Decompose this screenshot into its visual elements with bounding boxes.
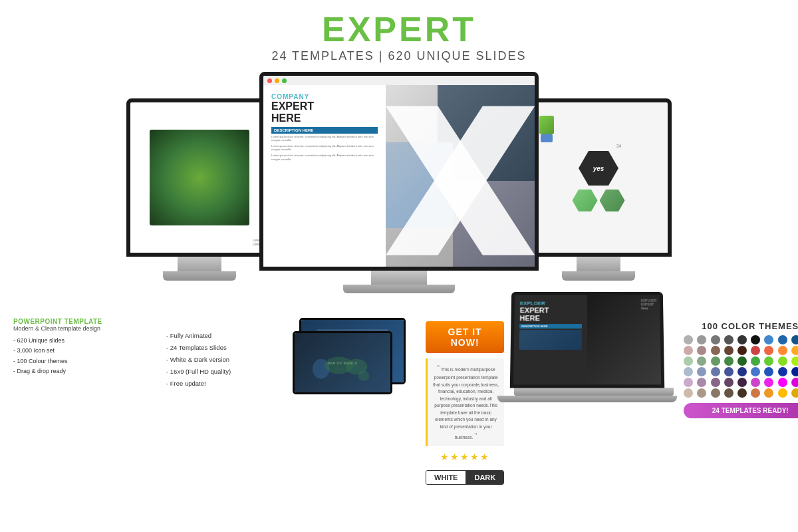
color-swatch[interactable] [684,388,693,398]
color-swatch[interactable] [764,388,773,398]
color-swatch[interactable] [737,346,747,355]
feature-5: Free update! [166,378,286,390]
color-swatch[interactable] [684,335,693,344]
color-swatch[interactable] [711,378,720,387]
right-monitor-screen: 34 yes [529,102,668,253]
bottom-section: POWERPOINT TEMPLATE Modern & Clean templ… [0,311,798,497]
features-list: Fully Animated 24 Templates Slides White… [166,330,286,390]
left-monitor-frame: Lorem Lorem [126,98,273,257]
color-swatch[interactable] [724,378,733,387]
plant-pot [539,116,554,142]
center-monitor: COMPANY EXPERT HERE DESCRIPTION HERE Lor… [259,72,539,298]
color-swatch[interactable] [684,378,693,387]
color-swatch[interactable] [724,356,733,366]
color-swatch[interactable] [724,335,733,344]
monitors-section: Lorem Lorem COMPANY EXPERT [0,65,798,311]
hex-plant-2 [600,190,625,211]
color-swatch[interactable] [751,356,760,366]
color-swatch[interactable] [778,346,787,355]
color-swatch[interactable] [684,367,693,376]
color-swatch[interactable] [764,335,773,344]
hex-plant-1 [573,190,598,211]
hex-yes: yes [579,151,618,186]
color-swatch[interactable] [764,367,773,376]
color-swatch[interactable] [724,388,733,398]
color-themes-section: 100 COLOR THEMES 24 TEMPLATES READY! [684,318,798,418]
color-swatch[interactable] [737,367,747,376]
slide-desc-title: DESCRIPTION HERE [271,127,378,134]
feature-2: 24 Templates Slides [166,342,286,354]
themes-title: 100 COLOR THEMES [684,321,798,331]
color-swatch[interactable] [751,335,760,344]
slide-here: HERE [271,112,378,124]
color-swatch[interactable] [697,346,706,355]
color-swatch[interactable] [791,367,798,376]
color-swatch[interactable] [751,367,760,376]
color-swatch[interactable] [791,378,798,387]
color-swatch[interactable] [724,367,733,376]
get-it-now-button[interactable]: GET IT NOW! [426,321,504,353]
color-swatch[interactable] [737,356,747,366]
color-swatch[interactable] [697,335,706,344]
laptop-here: HERE [520,314,583,322]
slide-right-panel [386,85,535,267]
info-panel: POWERPOINT TEMPLATE Modern & Clean templ… [13,318,160,376]
color-swatch[interactable] [684,346,693,355]
slide-desc-3: Lorem ipsum dolor sit amet, consectetur … [271,154,378,161]
quote-box: " This is modern multipurpose powerpoint… [426,358,504,446]
color-swatch[interactable] [778,367,787,376]
color-swatch[interactable] [778,388,787,398]
laptop-right-label: EXPLOEREXPERTHere [641,299,657,311]
info-item-4: Drag & drop ready [13,366,160,376]
color-swatch[interactable] [764,356,773,366]
cta-section[interactable]: GET IT NOW! " This is modern multipurpos… [426,318,504,485]
color-swatch[interactable] [778,335,787,344]
color-swatch[interactable] [724,346,733,355]
color-swatch[interactable] [697,378,706,387]
open-quote-icon: " [437,364,440,373]
color-swatch[interactable] [791,356,798,366]
templates-ready-badge[interactable]: 24 TEMPLATES READY! [684,403,798,418]
color-swatch[interactable] [711,335,720,344]
color-swatch[interactable] [751,388,760,398]
dark-badge: DARK [466,471,503,484]
color-swatch[interactable] [697,356,706,366]
slide-expert: EXPERT [271,100,378,112]
right-monitor-frame: 34 yes [525,98,672,257]
color-swatch[interactable] [737,388,747,398]
color-swatch[interactable] [791,335,798,344]
color-swatch[interactable] [751,346,760,355]
small-monitors-cta: MAP OF WORLD [293,318,419,404]
color-swatch[interactable] [697,367,706,376]
color-swatch[interactable] [711,346,720,355]
laptop-section: EXPLOER EXPERT HERE DESCRIPTION HERE EXP… [511,291,677,402]
color-swatch[interactable] [711,388,720,398]
color-swatch[interactable] [711,367,720,376]
laptop-expert: EXPERT [520,307,582,315]
world-map-screen: MAP OF WORLD [295,333,390,392]
color-swatch[interactable] [778,356,787,366]
color-swatch[interactable] [791,346,798,355]
color-swatch[interactable] [751,378,760,387]
color-swatch[interactable] [791,388,798,398]
small-monitors-group: MAP OF WORLD [293,318,419,404]
center-monitor-stand [371,271,427,284]
aerial-image [150,130,249,225]
header-subtitle: 24 TEMPLATES | 620 UNIQUE SLIDES [0,49,798,63]
color-swatch[interactable] [737,335,747,344]
color-swatch[interactable] [778,378,787,387]
slide-desc-2: Lorem ipsum dolor sit amet, consectetur … [271,144,378,152]
color-swatch[interactable] [711,356,720,366]
color-swatch[interactable] [684,356,693,366]
feature-4: 16x9 (Full HD quality) [166,366,286,378]
color-swatch[interactable] [737,378,747,387]
info-item-1: 620 Unique slides [13,336,160,346]
left-monitor: Lorem Lorem [126,98,273,285]
color-swatch[interactable] [697,388,706,398]
slide-left-panel: COMPANY EXPERT HERE DESCRIPTION HERE Lor… [263,85,386,267]
color-swatch[interactable] [764,378,773,387]
left-monitor-screen: Lorem Lorem [130,102,269,253]
laptop-exploer: EXPLOER [520,301,582,307]
color-swatch[interactable] [764,346,773,355]
right-monitor-stand [577,257,620,271]
